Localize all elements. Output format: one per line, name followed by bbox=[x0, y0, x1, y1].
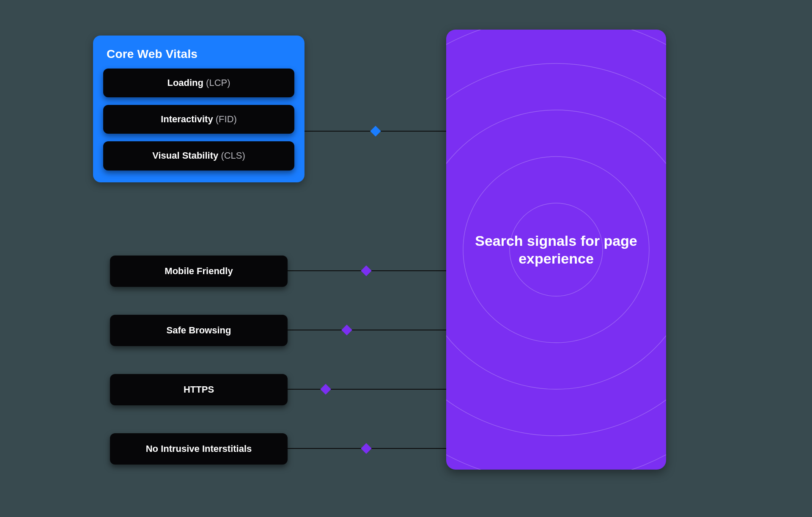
cwv-pill-loading: Loading (LCP) bbox=[103, 69, 294, 97]
cwv-item-abbr: (CLS) bbox=[221, 150, 245, 161]
search-signals-panel: Search signals for page experience bbox=[446, 30, 666, 470]
signal-pill-no-intrusive-interstitials: No Intrusive Interstitials bbox=[110, 433, 288, 465]
svg-rect-9 bbox=[361, 443, 371, 454]
svg-rect-1 bbox=[370, 126, 381, 136]
core-web-vitals-card: Core Web Vitals Loading (LCP) Interactiv… bbox=[93, 36, 304, 182]
cwv-item-abbr: (LCP) bbox=[206, 77, 230, 88]
svg-rect-5 bbox=[341, 324, 352, 335]
signal-pill-mobile-friendly: Mobile Friendly bbox=[110, 256, 288, 287]
svg-rect-3 bbox=[361, 265, 371, 276]
diagram-stage: Core Web Vitals Loading (LCP) Interactiv… bbox=[0, 0, 812, 517]
cwv-item-name: Visual Stability bbox=[152, 150, 218, 161]
core-web-vitals-title: Core Web Vitals bbox=[107, 47, 292, 61]
cwv-item-abbr: (FID) bbox=[216, 114, 237, 124]
cwv-item-name: Loading bbox=[167, 77, 203, 88]
signal-pill-safe-browsing: Safe Browsing bbox=[110, 315, 288, 346]
svg-rect-7 bbox=[320, 384, 331, 394]
cwv-pill-visual-stability: Visual Stability (CLS) bbox=[103, 141, 294, 170]
signal-pill-https: HTTPS bbox=[110, 374, 288, 405]
search-signals-title: Search signals for page experience bbox=[446, 232, 666, 268]
cwv-pill-interactivity: Interactivity (FID) bbox=[103, 105, 294, 134]
cwv-item-name: Interactivity bbox=[161, 114, 213, 124]
